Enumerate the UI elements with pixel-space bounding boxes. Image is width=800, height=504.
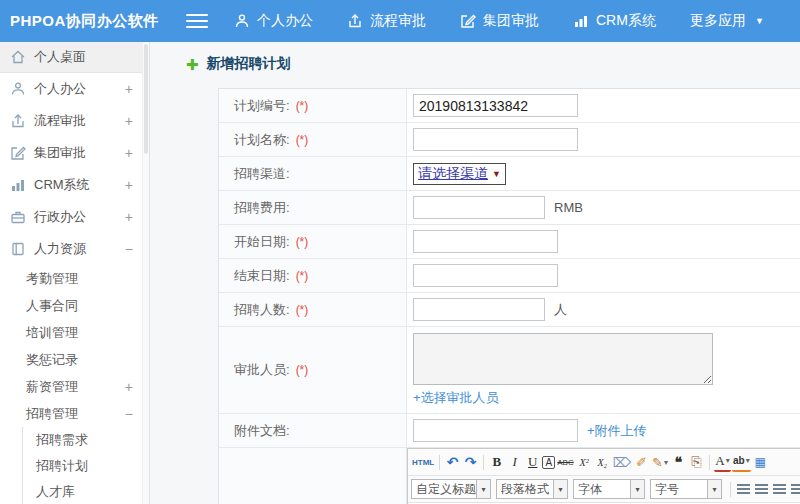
underline-button[interactable]: U bbox=[524, 452, 541, 472]
combo-caret-icon[interactable]: ▾ bbox=[476, 480, 490, 498]
blockquote-button[interactable]: ❝ bbox=[670, 452, 687, 472]
plan-number-input[interactable] bbox=[413, 94, 578, 117]
unit-label: 人 bbox=[554, 301, 567, 319]
expand-plus-icon[interactable]: + bbox=[119, 379, 141, 395]
sidebar-item-personal-desktop[interactable]: 个人桌面 bbox=[0, 42, 149, 73]
font-border-button[interactable]: A bbox=[542, 456, 555, 469]
expand-plus-icon[interactable]: + bbox=[119, 145, 141, 161]
recruit-plan-form: 计划编号: (*) 计划名称: (*) 招聘渠道: 请选择渠道 bbox=[218, 88, 800, 504]
align-center-button[interactable] bbox=[753, 479, 770, 499]
editor-combo-2[interactable]: 字体▾ bbox=[573, 479, 645, 499]
topnav-more-apps[interactable]: 更多应用 ▼ bbox=[690, 12, 764, 30]
caret-down-icon: ▼ bbox=[755, 16, 764, 26]
home-icon bbox=[10, 49, 26, 65]
undo-button[interactable]: ↶ bbox=[444, 452, 461, 472]
select-caret-icon: ▼ bbox=[492, 169, 501, 179]
subscript-button[interactable]: X₂ bbox=[594, 452, 611, 472]
expand-plus-icon[interactable]: + bbox=[119, 113, 141, 129]
end-date-input[interactable] bbox=[413, 264, 558, 287]
field-label: 招聘渠道: bbox=[234, 165, 290, 183]
editor-combo-1[interactable]: 段落格式▾ bbox=[496, 479, 568, 499]
combo-value: 段落格式 bbox=[497, 481, 553, 498]
expand-plus-icon[interactable]: + bbox=[119, 177, 141, 193]
attachment-input[interactable] bbox=[413, 419, 578, 442]
editor-combo-0[interactable]: 自定义标题▾ bbox=[411, 479, 491, 499]
paste-button[interactable]: ⎘ bbox=[688, 452, 705, 472]
bold-button[interactable]: B bbox=[488, 452, 505, 472]
sidebar-item-crm-system[interactable]: CRM系统 + bbox=[0, 169, 149, 201]
form-row-plan-name: 计划名称: (*) bbox=[219, 123, 800, 157]
collapse-minus-icon[interactable]: − bbox=[119, 241, 141, 257]
form-row-channel: 招聘渠道: 请选择渠道 ▼ bbox=[219, 157, 800, 191]
expand-plus-icon[interactable]: + bbox=[119, 209, 141, 225]
required-mark: (*) bbox=[296, 269, 309, 283]
topnav-workflow-approval[interactable]: 流程审批 bbox=[347, 12, 426, 30]
topnav-crm-system[interactable]: CRM系统 bbox=[573, 12, 656, 30]
html-source-button[interactable]: HTML bbox=[411, 452, 435, 472]
toolbar-separator bbox=[439, 455, 440, 470]
cost-input[interactable] bbox=[413, 196, 545, 219]
sidebar-item-recruitment[interactable]: 招聘管理 − bbox=[0, 400, 149, 427]
emoticon-button[interactable]: ▦ bbox=[752, 452, 769, 472]
sidebar-item-human-resources[interactable]: 人力资源 − bbox=[0, 233, 149, 265]
sidebar-item-admin-office[interactable]: 行政办公 + bbox=[0, 201, 149, 233]
sidebar-item-hr-contract[interactable]: 人事合同 bbox=[0, 292, 149, 319]
superscript-button[interactable]: X² bbox=[576, 452, 593, 472]
topnav-personal-office[interactable]: 个人办公 bbox=[234, 12, 313, 30]
sidebar-item-group-approval[interactable]: 集团审批 + bbox=[0, 137, 149, 169]
headcount-input[interactable] bbox=[413, 298, 545, 321]
sidebar-item-attendance[interactable]: 考勤管理 bbox=[0, 265, 149, 292]
combo-value: 自定义标题 bbox=[412, 481, 476, 498]
strikethrough-button[interactable]: ABC bbox=[556, 452, 574, 472]
attachment-upload-link[interactable]: +附件上传 bbox=[587, 422, 647, 440]
sidebar-item-talent-pool[interactable]: 人才库 bbox=[23, 479, 149, 504]
sidebar-item-personal-office[interactable]: 个人办公 + bbox=[0, 73, 149, 105]
field-label: 招聘人数: bbox=[234, 301, 290, 319]
italic-button[interactable]: I bbox=[506, 452, 523, 472]
hamburger-menu-icon[interactable] bbox=[186, 10, 208, 32]
font-color-button[interactable]: A▾ bbox=[714, 452, 731, 472]
highlight-color-button[interactable]: ab▾ bbox=[732, 452, 751, 472]
combo-caret-icon[interactable]: ▾ bbox=[630, 480, 644, 498]
expand-plus-icon[interactable]: + bbox=[119, 81, 141, 97]
collapse-minus-icon[interactable]: − bbox=[119, 406, 141, 422]
sidebar-item-rewards[interactable]: 奖惩记录 bbox=[0, 346, 149, 373]
plus-icon: ✚ bbox=[186, 57, 199, 72]
form-row-approvers: 审批人员: (*) +选择审批人员 bbox=[219, 327, 800, 414]
form-row-cost: 招聘费用: RMB bbox=[219, 191, 800, 225]
sidebar-item-workflow-approval[interactable]: 流程审批 + bbox=[0, 105, 149, 137]
sidebar-scrollbar[interactable] bbox=[142, 42, 149, 504]
field-label: 审批人员: bbox=[234, 361, 290, 379]
field-label: 开始日期: bbox=[234, 233, 290, 251]
combo-caret-icon[interactable]: ▾ bbox=[553, 480, 567, 498]
top-header: PHPOA协同办公软件 个人办公 流程审批 bbox=[0, 0, 800, 42]
approvers-textarea[interactable] bbox=[413, 333, 713, 385]
combo-value: 字体 bbox=[574, 481, 630, 498]
choose-approvers-link[interactable]: +选择审批人员 bbox=[413, 390, 499, 405]
sidebar-item-salary[interactable]: 薪资管理 + bbox=[0, 373, 149, 400]
rich-text-editor: HTML↶↷BIUAABCX²X₂⌦✐✎▾❝⎘A▾ab▾▦ 自定义标题▾段落格式… bbox=[407, 448, 800, 504]
editor-combo-3[interactable]: 字号▾ bbox=[650, 479, 722, 499]
align-right-button[interactable] bbox=[771, 479, 788, 499]
combo-caret-icon[interactable]: ▾ bbox=[707, 480, 721, 498]
app-brand: PHPOA协同办公软件 bbox=[0, 12, 186, 31]
justify-button[interactable] bbox=[789, 479, 800, 499]
align-left-button[interactable] bbox=[735, 479, 752, 499]
channel-select[interactable]: 请选择渠道 ▼ bbox=[413, 163, 506, 185]
form-row-attachment: 附件文档: +附件上传 bbox=[219, 414, 800, 448]
clean-brush-button[interactable]: ✐ bbox=[633, 452, 650, 472]
format-painter-button[interactable]: ✎▾ bbox=[651, 452, 669, 472]
topnav-group-approval[interactable]: 集团审批 bbox=[460, 12, 539, 30]
plan-name-input[interactable] bbox=[413, 128, 578, 151]
sidebar-item-training[interactable]: 培训管理 bbox=[0, 319, 149, 346]
redo-button[interactable]: ↷ bbox=[462, 452, 479, 472]
required-mark: (*) bbox=[296, 99, 309, 113]
format-clear-button[interactable]: ⌦ bbox=[612, 452, 632, 472]
sidebar-item-recruit-demand[interactable]: 招聘需求 bbox=[23, 427, 149, 453]
sidebar-item-recruit-plan[interactable]: 招聘计划 bbox=[23, 453, 149, 479]
form-row-start-date: 开始日期: (*) bbox=[219, 225, 800, 259]
sidebar-recruitment-submenu: 招聘需求 招聘计划 人才库 bbox=[22, 427, 149, 504]
start-date-input[interactable] bbox=[413, 230, 558, 253]
field-label: 计划名称: bbox=[234, 131, 290, 149]
upload-icon bbox=[10, 113, 26, 129]
